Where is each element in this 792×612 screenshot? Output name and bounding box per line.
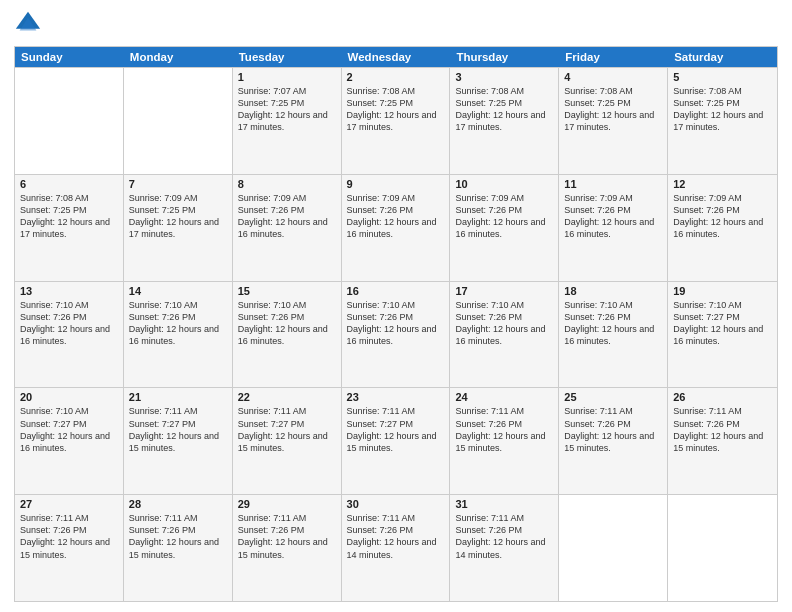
calendar-cell: 26Sunrise: 7:11 AM Sunset: 7:26 PM Dayli… bbox=[668, 388, 777, 494]
day-info: Sunrise: 7:10 AM Sunset: 7:26 PM Dayligh… bbox=[455, 299, 553, 348]
calendar-row: 1Sunrise: 7:07 AM Sunset: 7:25 PM Daylig… bbox=[15, 67, 777, 174]
calendar: SundayMondayTuesdayWednesdayThursdayFrid… bbox=[14, 46, 778, 602]
day-info: Sunrise: 7:11 AM Sunset: 7:26 PM Dayligh… bbox=[347, 512, 445, 561]
calendar-cell: 21Sunrise: 7:11 AM Sunset: 7:27 PM Dayli… bbox=[124, 388, 233, 494]
calendar-cell: 3Sunrise: 7:08 AM Sunset: 7:25 PM Daylig… bbox=[450, 68, 559, 174]
day-info: Sunrise: 7:09 AM Sunset: 7:26 PM Dayligh… bbox=[238, 192, 336, 241]
calendar-cell: 23Sunrise: 7:11 AM Sunset: 7:27 PM Dayli… bbox=[342, 388, 451, 494]
day-info: Sunrise: 7:11 AM Sunset: 7:26 PM Dayligh… bbox=[564, 405, 662, 454]
calendar-cell: 6Sunrise: 7:08 AM Sunset: 7:25 PM Daylig… bbox=[15, 175, 124, 281]
day-number: 19 bbox=[673, 285, 772, 297]
day-number: 26 bbox=[673, 391, 772, 403]
calendar-header-cell: Thursday bbox=[450, 47, 559, 67]
day-info: Sunrise: 7:10 AM Sunset: 7:26 PM Dayligh… bbox=[129, 299, 227, 348]
day-number: 4 bbox=[564, 71, 662, 83]
calendar-cell: 13Sunrise: 7:10 AM Sunset: 7:26 PM Dayli… bbox=[15, 282, 124, 388]
calendar-cell: 29Sunrise: 7:11 AM Sunset: 7:26 PM Dayli… bbox=[233, 495, 342, 601]
calendar-cell: 4Sunrise: 7:08 AM Sunset: 7:25 PM Daylig… bbox=[559, 68, 668, 174]
day-info: Sunrise: 7:11 AM Sunset: 7:26 PM Dayligh… bbox=[129, 512, 227, 561]
day-number: 2 bbox=[347, 71, 445, 83]
calendar-cell: 10Sunrise: 7:09 AM Sunset: 7:26 PM Dayli… bbox=[450, 175, 559, 281]
day-number: 5 bbox=[673, 71, 772, 83]
day-number: 11 bbox=[564, 178, 662, 190]
calendar-cell: 11Sunrise: 7:09 AM Sunset: 7:26 PM Dayli… bbox=[559, 175, 668, 281]
day-info: Sunrise: 7:11 AM Sunset: 7:26 PM Dayligh… bbox=[238, 512, 336, 561]
calendar-cell: 24Sunrise: 7:11 AM Sunset: 7:26 PM Dayli… bbox=[450, 388, 559, 494]
day-number: 18 bbox=[564, 285, 662, 297]
day-number: 24 bbox=[455, 391, 553, 403]
page: SundayMondayTuesdayWednesdayThursdayFrid… bbox=[0, 0, 792, 612]
day-number: 23 bbox=[347, 391, 445, 403]
calendar-cell: 20Sunrise: 7:10 AM Sunset: 7:27 PM Dayli… bbox=[15, 388, 124, 494]
calendar-cell: 25Sunrise: 7:11 AM Sunset: 7:26 PM Dayli… bbox=[559, 388, 668, 494]
calendar-cell: 7Sunrise: 7:09 AM Sunset: 7:25 PM Daylig… bbox=[124, 175, 233, 281]
calendar-row: 13Sunrise: 7:10 AM Sunset: 7:26 PM Dayli… bbox=[15, 281, 777, 388]
calendar-header-cell: Saturday bbox=[668, 47, 777, 67]
day-info: Sunrise: 7:11 AM Sunset: 7:26 PM Dayligh… bbox=[455, 405, 553, 454]
day-info: Sunrise: 7:08 AM Sunset: 7:25 PM Dayligh… bbox=[455, 85, 553, 134]
day-number: 9 bbox=[347, 178, 445, 190]
calendar-header-cell: Wednesday bbox=[342, 47, 451, 67]
calendar-cell bbox=[124, 68, 233, 174]
day-number: 30 bbox=[347, 498, 445, 510]
calendar-row: 27Sunrise: 7:11 AM Sunset: 7:26 PM Dayli… bbox=[15, 494, 777, 601]
calendar-cell bbox=[668, 495, 777, 601]
day-info: Sunrise: 7:07 AM Sunset: 7:25 PM Dayligh… bbox=[238, 85, 336, 134]
day-info: Sunrise: 7:11 AM Sunset: 7:26 PM Dayligh… bbox=[20, 512, 118, 561]
day-number: 8 bbox=[238, 178, 336, 190]
header bbox=[14, 10, 778, 38]
day-info: Sunrise: 7:09 AM Sunset: 7:26 PM Dayligh… bbox=[564, 192, 662, 241]
day-info: Sunrise: 7:10 AM Sunset: 7:26 PM Dayligh… bbox=[20, 299, 118, 348]
day-number: 22 bbox=[238, 391, 336, 403]
day-number: 3 bbox=[455, 71, 553, 83]
day-info: Sunrise: 7:08 AM Sunset: 7:25 PM Dayligh… bbox=[673, 85, 772, 134]
day-info: Sunrise: 7:11 AM Sunset: 7:27 PM Dayligh… bbox=[129, 405, 227, 454]
day-info: Sunrise: 7:11 AM Sunset: 7:27 PM Dayligh… bbox=[347, 405, 445, 454]
calendar-cell: 22Sunrise: 7:11 AM Sunset: 7:27 PM Dayli… bbox=[233, 388, 342, 494]
calendar-cell: 14Sunrise: 7:10 AM Sunset: 7:26 PM Dayli… bbox=[124, 282, 233, 388]
day-info: Sunrise: 7:11 AM Sunset: 7:26 PM Dayligh… bbox=[673, 405, 772, 454]
calendar-cell: 30Sunrise: 7:11 AM Sunset: 7:26 PM Dayli… bbox=[342, 495, 451, 601]
day-info: Sunrise: 7:09 AM Sunset: 7:26 PM Dayligh… bbox=[455, 192, 553, 241]
calendar-row: 20Sunrise: 7:10 AM Sunset: 7:27 PM Dayli… bbox=[15, 387, 777, 494]
day-number: 12 bbox=[673, 178, 772, 190]
calendar-header-cell: Sunday bbox=[15, 47, 124, 67]
day-number: 20 bbox=[20, 391, 118, 403]
calendar-cell: 1Sunrise: 7:07 AM Sunset: 7:25 PM Daylig… bbox=[233, 68, 342, 174]
calendar-cell: 15Sunrise: 7:10 AM Sunset: 7:26 PM Dayli… bbox=[233, 282, 342, 388]
day-info: Sunrise: 7:08 AM Sunset: 7:25 PM Dayligh… bbox=[564, 85, 662, 134]
day-info: Sunrise: 7:11 AM Sunset: 7:27 PM Dayligh… bbox=[238, 405, 336, 454]
day-number: 16 bbox=[347, 285, 445, 297]
logo bbox=[14, 10, 46, 38]
calendar-cell bbox=[15, 68, 124, 174]
calendar-header-cell: Friday bbox=[559, 47, 668, 67]
calendar-header: SundayMondayTuesdayWednesdayThursdayFrid… bbox=[15, 47, 777, 67]
day-number: 21 bbox=[129, 391, 227, 403]
calendar-cell: 31Sunrise: 7:11 AM Sunset: 7:26 PM Dayli… bbox=[450, 495, 559, 601]
calendar-cell bbox=[559, 495, 668, 601]
calendar-header-cell: Tuesday bbox=[233, 47, 342, 67]
calendar-cell: 27Sunrise: 7:11 AM Sunset: 7:26 PM Dayli… bbox=[15, 495, 124, 601]
day-number: 28 bbox=[129, 498, 227, 510]
day-info: Sunrise: 7:10 AM Sunset: 7:27 PM Dayligh… bbox=[673, 299, 772, 348]
day-info: Sunrise: 7:10 AM Sunset: 7:27 PM Dayligh… bbox=[20, 405, 118, 454]
calendar-header-cell: Monday bbox=[124, 47, 233, 67]
day-info: Sunrise: 7:10 AM Sunset: 7:26 PM Dayligh… bbox=[347, 299, 445, 348]
day-number: 31 bbox=[455, 498, 553, 510]
day-info: Sunrise: 7:08 AM Sunset: 7:25 PM Dayligh… bbox=[347, 85, 445, 134]
calendar-cell: 16Sunrise: 7:10 AM Sunset: 7:26 PM Dayli… bbox=[342, 282, 451, 388]
day-number: 15 bbox=[238, 285, 336, 297]
calendar-row: 6Sunrise: 7:08 AM Sunset: 7:25 PM Daylig… bbox=[15, 174, 777, 281]
day-number: 10 bbox=[455, 178, 553, 190]
calendar-cell: 12Sunrise: 7:09 AM Sunset: 7:26 PM Dayli… bbox=[668, 175, 777, 281]
day-number: 27 bbox=[20, 498, 118, 510]
calendar-cell: 28Sunrise: 7:11 AM Sunset: 7:26 PM Dayli… bbox=[124, 495, 233, 601]
logo-icon bbox=[14, 10, 42, 38]
day-info: Sunrise: 7:11 AM Sunset: 7:26 PM Dayligh… bbox=[455, 512, 553, 561]
day-number: 14 bbox=[129, 285, 227, 297]
day-number: 13 bbox=[20, 285, 118, 297]
calendar-cell: 2Sunrise: 7:08 AM Sunset: 7:25 PM Daylig… bbox=[342, 68, 451, 174]
day-info: Sunrise: 7:10 AM Sunset: 7:26 PM Dayligh… bbox=[564, 299, 662, 348]
day-info: Sunrise: 7:08 AM Sunset: 7:25 PM Dayligh… bbox=[20, 192, 118, 241]
day-info: Sunrise: 7:09 AM Sunset: 7:26 PM Dayligh… bbox=[347, 192, 445, 241]
